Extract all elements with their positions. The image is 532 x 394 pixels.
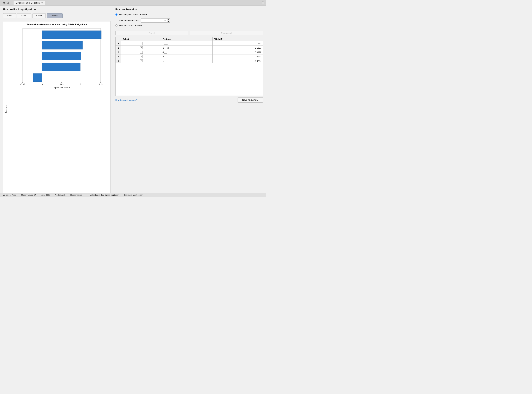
algo-btn-none[interactable]: None xyxy=(3,13,16,18)
chart-title: Feature importance scores sorted using R… xyxy=(27,23,87,26)
cell-score: 0.0983 xyxy=(212,54,263,59)
cell-feature: d___ xyxy=(161,50,212,54)
cell-feature: x____ xyxy=(161,59,212,63)
tab-close-icon[interactable]: ✕ xyxy=(41,2,43,4)
col-header-features: Features xyxy=(161,37,212,41)
num-features-input[interactable] xyxy=(141,19,167,22)
svg-text:0.1: 0.1 xyxy=(80,83,83,85)
algo-buttons-group: None MRMR F Test RReliefF xyxy=(3,13,110,18)
num-features-input-wrap: ▲ ▼ xyxy=(141,18,170,23)
features-table: Select Features RReliefF 1 ✓ D___ 0.1522… xyxy=(115,37,263,63)
cell-index: 2 xyxy=(115,46,121,50)
left-panel: Feature Ranking Algorithm None MRMR F Te… xyxy=(3,8,110,193)
checkbox[interactable]: ✓ xyxy=(140,46,143,49)
table-header-row: Select Features RReliefF xyxy=(115,37,263,41)
bar-chart-svg: -0.05 0 0.05 0.1 0.15 Importance scores xyxy=(8,27,109,88)
cell-index: 4 xyxy=(115,54,121,59)
cell-index: 1 xyxy=(115,41,121,46)
algo-section-title: Feature Ranking Algorithm xyxy=(3,8,110,11)
radio-row-individual: Select individual features xyxy=(115,24,263,27)
radio-highest-label: Select highest ranked features xyxy=(119,13,147,16)
svg-rect-6 xyxy=(33,73,42,82)
spinner-down-btn[interactable]: ▼ xyxy=(167,21,170,22)
checkbox[interactable]: ✓ xyxy=(140,42,143,45)
table-empty-area xyxy=(115,63,263,96)
right-panel: Feature Selection Select highest ranked … xyxy=(115,8,263,193)
col-header-index xyxy=(115,37,121,41)
table-row: 3 ✓ d___ 0.0992 xyxy=(115,50,263,54)
feature-section-title: Feature Selection xyxy=(115,8,263,11)
cell-check[interactable]: ✓ xyxy=(121,59,161,63)
tab-feature-selection[interactable]: Default Feature Selection ✕ xyxy=(13,1,45,5)
checkbox[interactable]: ✓ xyxy=(140,55,143,58)
chart-container: Feature importance scores sorted using R… xyxy=(3,21,110,193)
svg-text:-0.05: -0.05 xyxy=(20,83,25,85)
status-bar: ata set: 1_Aport Observations: 14 Size: … xyxy=(0,193,266,197)
status-response: Response: m___ xyxy=(70,194,85,196)
status-predictors: Predictors: 5 xyxy=(54,194,65,196)
cell-score: -0.0224 xyxy=(212,59,263,63)
cell-index: 5 xyxy=(115,59,121,63)
cell-index: 3 xyxy=(115,50,121,54)
chart-plot: -0.05 0 0.05 0.1 0.15 Importance scores xyxy=(8,27,109,191)
status-size: Size: 3 kB xyxy=(41,194,50,196)
svg-text:0: 0 xyxy=(41,83,43,85)
add-remove-row: Add all Remove all xyxy=(115,31,263,35)
svg-rect-4 xyxy=(42,52,81,60)
table-row: 1 ✓ D___ 0.1522 xyxy=(115,41,263,46)
spinner-up-btn[interactable]: ▲ xyxy=(167,19,170,21)
bottom-row: How to select features? Save and Apply xyxy=(115,97,263,103)
radio-individual-label: Select individual features xyxy=(119,24,142,27)
svg-rect-3 xyxy=(42,41,83,49)
save-apply-btn[interactable]: Save and Apply xyxy=(238,97,263,103)
table-row: 4 ✓ h___ 0.0983 xyxy=(115,54,263,59)
remove-all-btn[interactable]: Remove all xyxy=(190,31,263,35)
cell-score: 0.0992 xyxy=(212,50,263,54)
num-features-label: Num features to keep xyxy=(119,19,139,22)
cell-check[interactable]: ✓ xyxy=(121,54,161,59)
cell-feature: h___ xyxy=(161,54,212,59)
cell-feature: S___2 xyxy=(161,46,212,50)
svg-text:Importance scores: Importance scores xyxy=(53,86,70,88)
cell-check[interactable]: ✓ xyxy=(121,50,161,54)
status-observations: Observations: 14 xyxy=(21,194,36,196)
chart-area: Features xyxy=(5,27,109,191)
cell-check[interactable]: ✓ xyxy=(121,46,161,50)
window-minimize-icon[interactable]: ○ xyxy=(262,1,264,4)
cell-score: 0.1522 xyxy=(212,41,263,46)
svg-text:0.05: 0.05 xyxy=(60,83,63,85)
col-header-rrelieff: RReliefF xyxy=(212,37,263,41)
svg-rect-2 xyxy=(42,31,101,39)
cell-feature: D___ xyxy=(161,41,212,46)
col-header-select: Select xyxy=(121,37,161,41)
svg-rect-5 xyxy=(42,63,80,71)
status-validation: Validation: 5-fold Cross-Validation xyxy=(90,194,119,196)
main-content: Feature Ranking Algorithm None MRMR F Te… xyxy=(0,5,266,193)
main-window: Model 1 Default Feature Selection ✕ ○ Fe… xyxy=(0,0,266,197)
radio-highest[interactable] xyxy=(115,14,118,16)
algo-btn-rrelieff[interactable]: RReliefF xyxy=(47,13,63,18)
spinner-buttons: ▲ ▼ xyxy=(167,19,170,22)
table-row: 5 ✓ x____ -0.0224 xyxy=(115,59,263,63)
radio-group: Select highest ranked features Num featu… xyxy=(115,13,263,27)
checkbox[interactable]: ✓ xyxy=(140,51,143,54)
svg-text:0.15: 0.15 xyxy=(99,83,103,85)
y-axis-label: Features xyxy=(5,27,7,191)
num-features-row: Num features to keep ▲ ▼ xyxy=(119,18,263,23)
tab-bar: Model 1 Default Feature Selection ✕ ○ xyxy=(0,0,266,5)
algo-btn-ftest[interactable]: F Test xyxy=(32,13,46,18)
checkbox[interactable]: ✓ xyxy=(140,59,143,62)
status-test-dataset: Test Data set: 1_Aport xyxy=(124,194,143,196)
cell-check[interactable]: ✓ xyxy=(121,41,161,46)
algo-btn-mrmr[interactable]: MRMR xyxy=(17,13,31,18)
table-row: 2 ✓ S___2 0.1037 xyxy=(115,46,263,50)
status-dataset: ata set: 1_Aport xyxy=(3,194,16,196)
radio-individual[interactable] xyxy=(115,24,118,26)
radio-row-highest: Select highest ranked features xyxy=(115,13,263,16)
cell-score: 0.1037 xyxy=(212,46,263,50)
how-to-link[interactable]: How to select features? xyxy=(115,99,137,101)
tab-model1[interactable]: Model 1 xyxy=(1,1,13,5)
add-all-btn[interactable]: Add all xyxy=(115,31,188,35)
